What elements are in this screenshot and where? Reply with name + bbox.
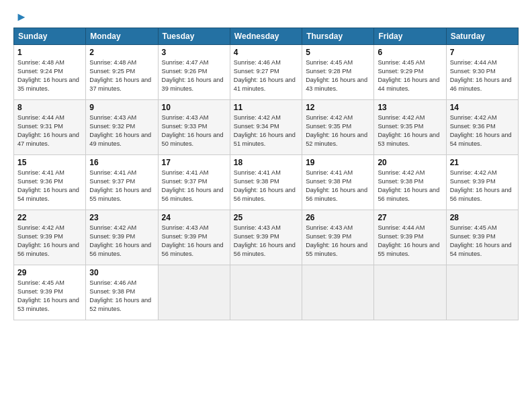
calendar-cell: 7Sunrise: 4:44 AMSunset: 9:30 PMDaylight… bbox=[446, 45, 518, 100]
day-number: 12 bbox=[306, 103, 370, 112]
calendar-cell: 28Sunrise: 4:45 AMSunset: 9:39 PMDayligh… bbox=[446, 210, 518, 265]
calendar-cell: 27Sunrise: 4:44 AMSunset: 9:39 PMDayligh… bbox=[374, 210, 446, 265]
cell-content: Sunrise: 4:42 AMSunset: 9:38 PMDaylight:… bbox=[378, 169, 442, 203]
header-row: Sunday Monday Tuesday Wednesday Thursday… bbox=[14, 28, 519, 45]
cell-content: Sunrise: 4:45 AMSunset: 9:39 PMDaylight:… bbox=[450, 224, 515, 259]
day-number: 18 bbox=[234, 158, 298, 167]
calendar-cell: 30Sunrise: 4:46 AMSunset: 9:38 PMDayligh… bbox=[86, 265, 158, 320]
day-number: 8 bbox=[17, 103, 82, 112]
calendar-cell: 5Sunrise: 4:45 AMSunset: 9:28 PMDaylight… bbox=[302, 45, 374, 100]
cell-content: Sunrise: 4:45 AMSunset: 9:29 PMDaylight:… bbox=[378, 58, 442, 93]
cell-content: Sunrise: 4:48 AMSunset: 9:24 PMDaylight:… bbox=[17, 58, 82, 93]
day-number: 17 bbox=[162, 158, 226, 167]
cell-content: Sunrise: 4:44 AMSunset: 9:39 PMDaylight:… bbox=[378, 224, 442, 259]
cell-content: Sunrise: 4:47 AMSunset: 9:26 PMDaylight:… bbox=[162, 58, 226, 93]
page-header: ► bbox=[13, 10, 519, 22]
calendar-cell bbox=[302, 265, 374, 320]
calendar-cell: 1Sunrise: 4:48 AMSunset: 9:24 PMDaylight… bbox=[14, 45, 86, 100]
cell-content: Sunrise: 4:46 AMSunset: 9:38 PMDaylight:… bbox=[89, 279, 154, 314]
day-number: 7 bbox=[450, 48, 515, 57]
calendar-cell: 12Sunrise: 4:42 AMSunset: 9:35 PMDayligh… bbox=[302, 100, 374, 155]
calendar-cell: 18Sunrise: 4:41 AMSunset: 9:38 PMDayligh… bbox=[230, 155, 302, 210]
day-number: 19 bbox=[306, 158, 370, 167]
calendar-cell: 8Sunrise: 4:44 AMSunset: 9:31 PMDaylight… bbox=[14, 100, 86, 155]
calendar-cell: 11Sunrise: 4:42 AMSunset: 9:34 PMDayligh… bbox=[230, 100, 302, 155]
calendar-cell: 3Sunrise: 4:47 AMSunset: 9:26 PMDaylight… bbox=[158, 45, 230, 100]
day-number: 22 bbox=[17, 213, 82, 222]
day-number: 4 bbox=[234, 48, 298, 57]
col-saturday: Saturday bbox=[446, 28, 518, 45]
calendar-table: Sunday Monday Tuesday Wednesday Thursday… bbox=[13, 28, 519, 320]
col-sunday: Sunday bbox=[14, 28, 86, 45]
cell-content: Sunrise: 4:42 AMSunset: 9:39 PMDaylight:… bbox=[450, 169, 515, 203]
calendar-cell: 16Sunrise: 4:41 AMSunset: 9:37 PMDayligh… bbox=[86, 155, 158, 210]
cell-content: Sunrise: 4:41 AMSunset: 9:37 PMDaylight:… bbox=[162, 169, 226, 203]
cell-content: Sunrise: 4:43 AMSunset: 9:32 PMDaylight:… bbox=[89, 113, 154, 148]
day-number: 23 bbox=[89, 213, 154, 222]
day-number: 21 bbox=[450, 158, 515, 167]
calendar-cell: 13Sunrise: 4:42 AMSunset: 9:35 PMDayligh… bbox=[374, 100, 446, 155]
cell-content: Sunrise: 4:43 AMSunset: 9:39 PMDaylight:… bbox=[306, 224, 370, 259]
calendar-row: 8Sunrise: 4:44 AMSunset: 9:31 PMDaylight… bbox=[14, 100, 519, 155]
day-number: 24 bbox=[162, 213, 226, 222]
calendar-cell: 24Sunrise: 4:43 AMSunset: 9:39 PMDayligh… bbox=[158, 210, 230, 265]
col-tuesday: Tuesday bbox=[158, 28, 230, 45]
cell-content: Sunrise: 4:43 AMSunset: 9:39 PMDaylight:… bbox=[162, 224, 226, 259]
cell-content: Sunrise: 4:42 AMSunset: 9:34 PMDaylight:… bbox=[234, 113, 298, 148]
calendar-cell: 9Sunrise: 4:43 AMSunset: 9:32 PMDaylight… bbox=[86, 100, 158, 155]
day-number: 26 bbox=[306, 213, 370, 222]
calendar-row: 22Sunrise: 4:42 AMSunset: 9:39 PMDayligh… bbox=[14, 210, 519, 265]
day-number: 10 bbox=[162, 103, 226, 112]
day-number: 28 bbox=[450, 213, 515, 222]
day-number: 29 bbox=[17, 268, 82, 277]
col-thursday: Thursday bbox=[302, 28, 374, 45]
cell-content: Sunrise: 4:48 AMSunset: 9:25 PMDaylight:… bbox=[89, 58, 154, 93]
calendar-cell: 22Sunrise: 4:42 AMSunset: 9:39 PMDayligh… bbox=[14, 210, 86, 265]
day-number: 6 bbox=[378, 48, 442, 57]
day-number: 9 bbox=[89, 103, 154, 112]
cell-content: Sunrise: 4:42 AMSunset: 9:39 PMDaylight:… bbox=[17, 224, 82, 259]
calendar-cell: 6Sunrise: 4:45 AMSunset: 9:29 PMDaylight… bbox=[374, 45, 446, 100]
logo-bird-icon: ► bbox=[15, 10, 28, 24]
calendar-cell: 14Sunrise: 4:42 AMSunset: 9:36 PMDayligh… bbox=[446, 100, 518, 155]
cell-content: Sunrise: 4:43 AMSunset: 9:39 PMDaylight:… bbox=[234, 224, 298, 259]
col-wednesday: Wednesday bbox=[230, 28, 302, 45]
day-number: 5 bbox=[306, 48, 370, 57]
calendar-cell: 29Sunrise: 4:45 AMSunset: 9:39 PMDayligh… bbox=[14, 265, 86, 320]
calendar-row: 1Sunrise: 4:48 AMSunset: 9:24 PMDaylight… bbox=[14, 45, 519, 100]
calendar-page: ► Sunday Monday Tuesday Wednesday Thursd… bbox=[0, 0, 532, 411]
cell-content: Sunrise: 4:42 AMSunset: 9:36 PMDaylight:… bbox=[450, 113, 515, 148]
calendar-cell: 23Sunrise: 4:42 AMSunset: 9:39 PMDayligh… bbox=[86, 210, 158, 265]
calendar-cell: 17Sunrise: 4:41 AMSunset: 9:37 PMDayligh… bbox=[158, 155, 230, 210]
col-monday: Monday bbox=[86, 28, 158, 45]
cell-content: Sunrise: 4:41 AMSunset: 9:38 PMDaylight:… bbox=[306, 169, 370, 203]
cell-content: Sunrise: 4:41 AMSunset: 9:38 PMDaylight:… bbox=[234, 169, 298, 203]
day-number: 11 bbox=[234, 103, 298, 112]
cell-content: Sunrise: 4:41 AMSunset: 9:37 PMDaylight:… bbox=[89, 169, 154, 203]
calendar-row: 29Sunrise: 4:45 AMSunset: 9:39 PMDayligh… bbox=[14, 265, 519, 320]
cell-content: Sunrise: 4:43 AMSunset: 9:33 PMDaylight:… bbox=[162, 113, 226, 148]
calendar-cell: 25Sunrise: 4:43 AMSunset: 9:39 PMDayligh… bbox=[230, 210, 302, 265]
cell-content: Sunrise: 4:41 AMSunset: 9:36 PMDaylight:… bbox=[17, 169, 82, 203]
cell-content: Sunrise: 4:46 AMSunset: 9:27 PMDaylight:… bbox=[234, 58, 298, 93]
cell-content: Sunrise: 4:42 AMSunset: 9:35 PMDaylight:… bbox=[378, 113, 442, 148]
calendar-cell: 4Sunrise: 4:46 AMSunset: 9:27 PMDaylight… bbox=[230, 45, 302, 100]
calendar-cell: 10Sunrise: 4:43 AMSunset: 9:33 PMDayligh… bbox=[158, 100, 230, 155]
day-number: 14 bbox=[450, 103, 515, 112]
calendar-cell bbox=[158, 265, 230, 320]
calendar-cell bbox=[374, 265, 446, 320]
cell-content: Sunrise: 4:42 AMSunset: 9:35 PMDaylight:… bbox=[306, 113, 370, 148]
calendar-cell bbox=[446, 265, 518, 320]
day-number: 13 bbox=[378, 103, 442, 112]
calendar-cell: 26Sunrise: 4:43 AMSunset: 9:39 PMDayligh… bbox=[302, 210, 374, 265]
day-number: 16 bbox=[89, 158, 154, 167]
day-number: 20 bbox=[378, 158, 442, 167]
cell-content: Sunrise: 4:45 AMSunset: 9:39 PMDaylight:… bbox=[17, 279, 82, 314]
day-number: 1 bbox=[17, 48, 82, 57]
logo: ► bbox=[13, 10, 28, 22]
cell-content: Sunrise: 4:42 AMSunset: 9:39 PMDaylight:… bbox=[89, 224, 154, 259]
calendar-cell: 21Sunrise: 4:42 AMSunset: 9:39 PMDayligh… bbox=[446, 155, 518, 210]
calendar-cell: 20Sunrise: 4:42 AMSunset: 9:38 PMDayligh… bbox=[374, 155, 446, 210]
calendar-row: 15Sunrise: 4:41 AMSunset: 9:36 PMDayligh… bbox=[14, 155, 519, 210]
calendar-cell: 19Sunrise: 4:41 AMSunset: 9:38 PMDayligh… bbox=[302, 155, 374, 210]
